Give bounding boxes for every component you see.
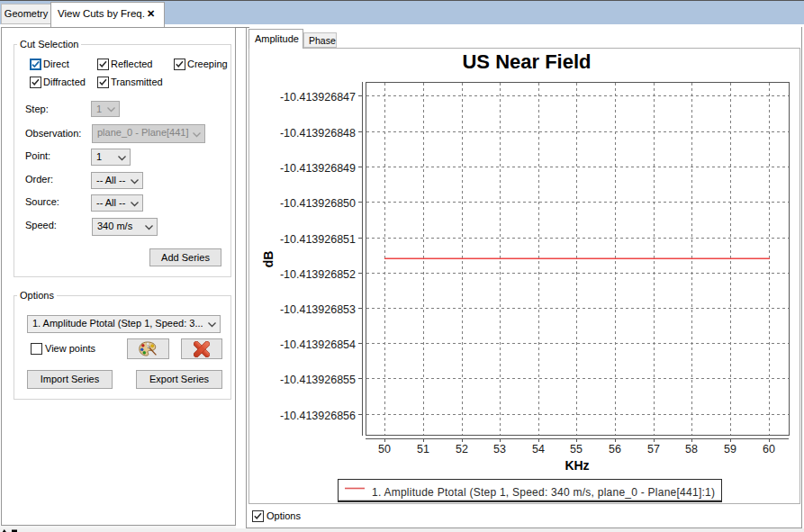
svg-text:dB: dB — [261, 251, 276, 268]
svg-text:52: 52 — [456, 443, 468, 455]
svg-text:54: 54 — [532, 443, 545, 455]
svg-text:-10.413926851: -10.413926851 — [280, 233, 356, 246]
svg-text:53: 53 — [493, 443, 506, 455]
svg-text:-10.413926847: -10.413926847 — [280, 91, 356, 104]
svg-text:59: 59 — [724, 443, 736, 455]
svg-text:US Near Field: US Near Field — [462, 50, 591, 73]
svg-text:-10.413926854: -10.413926854 — [280, 338, 356, 351]
svg-text:56: 56 — [609, 443, 621, 455]
svg-text:51: 51 — [417, 443, 429, 455]
svg-text:55: 55 — [570, 443, 583, 455]
svg-text:1. Amplitude Ptotal (Step 1, S: 1. Amplitude Ptotal (Step 1, Speed: 340 … — [372, 486, 715, 499]
svg-text:KHz: KHz — [565, 458, 589, 473]
svg-text:58: 58 — [685, 443, 698, 455]
svg-text:-10.413926852: -10.413926852 — [280, 268, 356, 281]
svg-text:60: 60 — [763, 443, 775, 455]
svg-text:-10.413926848: -10.413926848 — [280, 127, 356, 140]
svg-text:-10.413926856: -10.413926856 — [280, 410, 356, 422]
svg-text:-10.413926855: -10.413926855 — [280, 374, 356, 386]
svg-text:-10.413926849: -10.413926849 — [280, 162, 356, 175]
svg-text:57: 57 — [647, 443, 660, 455]
svg-text:-10.413926850: -10.413926850 — [280, 197, 356, 210]
svg-text:-10.413926853: -10.413926853 — [280, 303, 356, 316]
svg-text:50: 50 — [378, 443, 391, 455]
